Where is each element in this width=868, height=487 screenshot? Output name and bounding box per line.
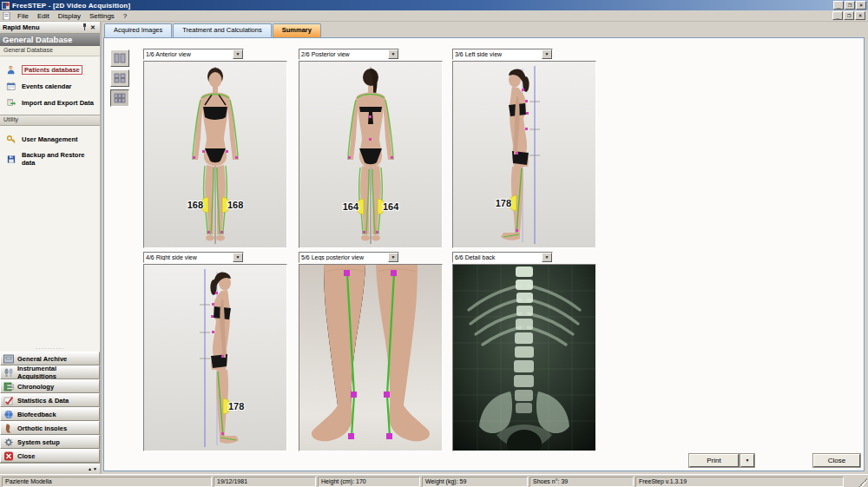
posterior-image: 164 164 (299, 61, 443, 248)
status-height: Height (cm): 170 (318, 477, 420, 487)
status-weight: Weight (kg): 59 (422, 477, 528, 487)
knee-angle-right: 168 (227, 200, 243, 210)
sidebar-item-general-archive[interactable]: General Archive (0, 352, 100, 365)
six-grid-icon (114, 93, 126, 103)
chevron-down-icon[interactable]: ▼ (388, 253, 398, 262)
knee-angle: 178 (228, 401, 244, 411)
knee-angle-left: 164 (343, 201, 359, 212)
mdi-restore-button[interactable]: ❐ (844, 11, 854, 20)
app-icon (2, 2, 10, 10)
chevron-down-icon[interactable]: ▼ (542, 253, 552, 262)
accordion-label: Instrumental Acquisitions (17, 365, 96, 380)
menu-file[interactable]: File (13, 11, 33, 21)
scroll-down-icon[interactable]: ▼ (93, 467, 97, 471)
gear-icon (3, 438, 14, 447)
sidebar-item-orthotic-insoles[interactable]: Orthotic insoles (0, 421, 100, 435)
footprints-icon (3, 368, 14, 378)
chevron-down-icon[interactable]: ▼ (388, 49, 398, 59)
knee-angle-right: 164 (383, 201, 399, 212)
sidebar-item-events-calendar[interactable]: Events calendar (0, 78, 100, 95)
legs-posterior-image (299, 264, 443, 451)
chevron-down-icon[interactable]: ▼ (233, 49, 243, 59)
sidebar-item-instrumental-acquisitions[interactable]: Instrumental Acquisitions (0, 365, 100, 379)
layout-two-columns-button[interactable] (110, 49, 129, 67)
sidebar-section-subtitle: General Database (0, 46, 100, 56)
mdi-close-button[interactable]: × (855, 11, 865, 20)
patient-icon (6, 65, 16, 75)
sidebar-item-close[interactable]: Close (0, 449, 100, 463)
right-side-image: 178 (143, 264, 287, 451)
pin-icon[interactable] (80, 23, 89, 32)
tab-treatment-calculations[interactable]: Treatment and Calculations (173, 23, 271, 37)
four-grid-icon (114, 73, 126, 83)
tab-strip: Acquired Images Treatment and Calculatio… (104, 23, 322, 37)
chronology-icon (3, 382, 14, 392)
sidebar-item-backup-restore[interactable]: Backup and Restore data (0, 148, 100, 170)
tab-acquired-images[interactable]: Acquired Images (104, 23, 172, 37)
mdi-minimize-button[interactable]: _ (832, 11, 843, 20)
status-shoe-size: Shoes n°: 39 (529, 477, 634, 487)
floppy-disk-icon (6, 155, 16, 164)
view-select-value: 4/6 Right side view (144, 254, 233, 260)
view-select-value: 5/6 Legs posterior view (299, 254, 388, 260)
sidebar-item-chronology[interactable]: Chronology (0, 379, 100, 393)
sidebar-item-label: Import and Export Data (22, 99, 94, 107)
menu-edit[interactable]: Edit (33, 11, 54, 21)
status-birthdate: 19/12/1981 (214, 477, 316, 487)
import-export-icon (6, 98, 16, 108)
sidebar-item-label: Patients database (22, 65, 82, 75)
panel-detail-back: 6/6 Detail back ▼ (452, 252, 596, 451)
minimize-button[interactable]: _ (833, 1, 844, 10)
print-button[interactable]: Print (689, 454, 739, 467)
layout-four-grid-button[interactable] (110, 69, 129, 87)
window-title: FreeSTEP - [2D Video Acquisition] (12, 2, 833, 10)
panel-right-side-view: 4/6 Right side view ▼ (143, 252, 287, 451)
view-select-right-side[interactable]: 4/6 Right side view ▼ (143, 252, 244, 263)
sidebar-item-import-export[interactable]: Import and Export Data (0, 95, 100, 111)
print-options-dropdown[interactable]: ▼ (740, 454, 754, 467)
sidebar-item-label: User Management (22, 135, 78, 143)
menu-settings[interactable]: Settings (85, 11, 119, 21)
sidebar-section-title: General Database (0, 34, 100, 46)
sidebar-item-patients-database[interactable]: Patients database (0, 62, 100, 78)
xray-back-image (452, 264, 596, 451)
chevron-down-icon[interactable]: ▼ (542, 49, 552, 59)
panel-posterior-view: 2/6 Posterior view ▼ (299, 49, 443, 248)
resize-grip[interactable] (858, 478, 867, 487)
tab-summary[interactable]: Summary (273, 23, 321, 37)
accordion-label: General Archive (17, 355, 67, 363)
close-panel-icon[interactable]: ✕ (89, 23, 97, 32)
statistics-icon (3, 396, 14, 405)
key-icon (6, 135, 16, 144)
view-select-value: 3/6 Left side view (453, 51, 542, 57)
status-bar: Paziente Modella 19/12/1981 Height (cm):… (0, 474, 868, 487)
close-summary-button[interactable]: Close (813, 454, 860, 467)
scroll-up-icon[interactable]: ▲ (88, 467, 92, 471)
view-select-value: 2/6 Posterior view (299, 51, 388, 57)
rapid-menu-header: Rapid Menu ✕ (0, 22, 100, 34)
accordion-label: Orthotic insoles (17, 424, 67, 432)
view-select-left-side[interactable]: 3/6 Left side view ▼ (452, 49, 553, 60)
accordion-label: Close (17, 452, 35, 460)
menu-display[interactable]: Display (54, 11, 85, 21)
view-select-posterior[interactable]: 2/6 Posterior view ▼ (299, 49, 399, 60)
restore-button[interactable]: ❐ (845, 1, 855, 10)
view-select-anterior[interactable]: 1/6 Anterior view ▼ (143, 49, 244, 60)
sidebar-scroll-strip: ▲ ▼ (0, 463, 100, 474)
rapid-menu-title: Rapid Menu (3, 23, 40, 31)
chevron-down-icon[interactable]: ▼ (233, 253, 243, 262)
sidebar-item-system-setup[interactable]: System setup (0, 435, 100, 449)
view-select-detail-back[interactable]: 6/6 Detail back ▼ (452, 252, 553, 263)
sidebar-item-statistics-data[interactable]: Statistics & Data (0, 393, 100, 407)
knee-angle-left: 168 (187, 200, 203, 210)
status-version: FreeStep v.1.3.19 (635, 477, 844, 487)
sidebar-item-biofeedback[interactable]: Biofeedback (0, 407, 100, 421)
view-select-legs-posterior[interactable]: 5/6 Legs posterior view ▼ (299, 252, 399, 263)
sidebar-item-user-management[interactable]: User Management (0, 131, 100, 148)
app-window: FreeSTEP - [2D Video Acquisition] _ ❐ × … (0, 0, 868, 487)
globe-icon (3, 410, 14, 419)
menu-help[interactable]: ? (119, 11, 131, 21)
document-icon (3, 12, 10, 20)
close-button[interactable]: × (856, 1, 866, 10)
layout-six-grid-button[interactable] (110, 89, 129, 107)
